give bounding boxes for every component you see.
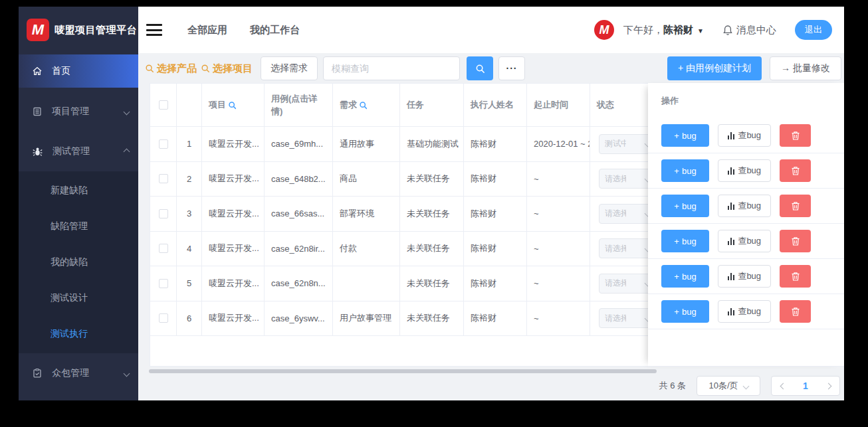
delete-button[interactable] — [780, 230, 811, 252]
row-checkbox[interactable] — [159, 313, 168, 323]
add-bug-button[interactable]: +bug — [661, 124, 709, 147]
nav-all-apps[interactable]: 全部应用 — [187, 24, 227, 37]
sidebar: 首页 项目管理 测试管理 新建缺陷 缺陷管理 我的缺陷 测试设计 测试执行 众包… — [19, 53, 138, 400]
select-requirement-button[interactable]: 选择需求 — [261, 56, 318, 80]
plus-icon: + — [674, 201, 679, 211]
search-icon[interactable] — [359, 101, 368, 110]
app-window: M 唛盟项目管理平台 全部应用 我的工作台 M 下午好，陈裕财 ▼ 消息中心 退… — [19, 7, 844, 400]
home-icon — [32, 66, 43, 76]
cell-executor: 陈裕财 — [464, 162, 527, 197]
sidebar-item-new-defect[interactable]: 新建缺陷 — [19, 173, 138, 209]
next-page-button[interactable] — [817, 377, 839, 395]
delete-button[interactable] — [780, 265, 811, 288]
row-checkbox[interactable] — [159, 244, 168, 253]
search-icon[interactable] — [228, 101, 237, 110]
more-filters-button[interactable]: ··· — [498, 56, 525, 80]
delete-button[interactable] — [780, 124, 811, 147]
search-icon — [201, 64, 210, 73]
clipboard-check-icon — [32, 368, 43, 379]
sidebar-item-home[interactable]: 首页 — [19, 54, 138, 88]
cell-usecase[interactable]: case_62n8ir... — [265, 232, 333, 266]
cell-task: 未关联任务 — [400, 197, 464, 231]
sidebar-item-my-defects[interactable]: 我的缺陷 — [19, 244, 138, 280]
view-bug-button[interactable]: 查bug — [718, 124, 771, 147]
row-index: 3 — [177, 197, 202, 231]
select-all-checkbox[interactable] — [159, 100, 168, 110]
sidebar-item-test-exec[interactable]: 测试执行 — [19, 316, 138, 352]
row-index: 2 — [177, 162, 202, 197]
executor-column-header: 执行人姓名 — [464, 84, 527, 126]
row-checkbox[interactable] — [159, 209, 168, 218]
cell-task: 未关联任务 — [400, 232, 464, 266]
prev-page-button[interactable] — [772, 377, 794, 395]
add-bug-button[interactable]: +bug — [661, 195, 709, 217]
sidebar-item-crowd-mgmt[interactable]: 众包管理 — [19, 353, 138, 393]
cell-executor: 陈裕财 — [464, 232, 527, 266]
search-button[interactable] — [467, 56, 493, 80]
cell-executor: 陈裕财 — [464, 197, 527, 231]
cell-requirement: 付款 — [333, 232, 400, 266]
add-bug-button[interactable]: +bug — [661, 159, 709, 182]
sidebar-item-test-mgmt[interactable]: 测试管理 — [19, 131, 138, 171]
cell-daterange: ~ — [527, 197, 590, 231]
sidebar-item-test-design[interactable]: 测试设计 — [19, 280, 138, 316]
cell-daterange: 2020-12-01 ~ 20 — [527, 127, 590, 161]
cell-usecase[interactable]: case_648b2... — [265, 162, 333, 197]
bar-chart-icon — [728, 273, 735, 280]
horizontal-scrollbar-thumb[interactable] — [149, 369, 657, 373]
trash-icon — [791, 272, 800, 282]
cell-usecase[interactable]: case_69mh... — [265, 127, 333, 161]
add-bug-button[interactable]: +bug — [661, 230, 709, 252]
sidebar-item-defect-mgmt[interactable]: 缺陷管理 — [19, 209, 138, 244]
nav-workbench[interactable]: 我的工作台 — [250, 24, 300, 37]
create-plan-button[interactable]: + 由用例创建计划 — [667, 56, 762, 80]
page-size-select[interactable]: 10条/页 — [697, 376, 760, 396]
view-bug-button[interactable]: 查bug — [718, 300, 771, 323]
pager: 1 — [771, 376, 840, 396]
brand-logo-icon: M — [27, 19, 49, 41]
trash-icon — [791, 166, 800, 176]
trash-icon — [791, 307, 800, 317]
message-center[interactable]: 消息中心 — [722, 24, 776, 37]
sidebar-item-label: 测试管理 — [53, 145, 90, 157]
row-checkbox[interactable] — [159, 139, 168, 149]
view-bug-button[interactable]: 查bug — [718, 195, 771, 217]
user-greeting[interactable]: 下午好，陈裕财 ▼ — [623, 24, 704, 37]
view-bug-button[interactable]: 查bug — [718, 230, 771, 252]
brand-logo-area[interactable]: M 唛盟项目管理平台 — [19, 7, 138, 53]
cell-usecase[interactable]: case_62n8n... — [265, 266, 333, 301]
plus-icon: + — [674, 166, 679, 176]
cell-task: 未关联任务 — [400, 162, 464, 197]
row-checkbox[interactable] — [159, 279, 168, 288]
batch-edit-button[interactable]: → 批量修改 — [770, 56, 841, 80]
sidebar-item-label: 项目管理 — [52, 106, 89, 118]
logout-button[interactable]: 退出 — [795, 20, 832, 40]
cell-usecase[interactable]: case_66sas... — [265, 197, 333, 231]
chevron-down-icon — [742, 383, 749, 389]
fuzzy-search-input[interactable] — [323, 56, 460, 80]
view-bug-button[interactable]: 查bug — [718, 159, 771, 182]
select-product-link[interactable]: 选择产品 — [145, 62, 197, 75]
sidebar-item-project-mgmt[interactable]: 项目管理 — [19, 92, 138, 131]
plus-icon: + — [674, 272, 679, 282]
operations-row: +bug 查bug — [648, 118, 844, 153]
add-bug-button[interactable]: +bug — [661, 300, 709, 323]
test-mgmt-submenu: 新建缺陷 缺陷管理 我的缺陷 测试设计 测试执行 — [19, 171, 138, 353]
delete-button[interactable] — [780, 195, 811, 217]
user-avatar[interactable]: M — [594, 20, 614, 40]
delete-button[interactable] — [780, 300, 811, 323]
top-header: M 唛盟项目管理平台 全部应用 我的工作台 M 下午好，陈裕财 ▼ 消息中心 退… — [19, 7, 844, 53]
bell-icon — [722, 25, 733, 36]
select-project-link[interactable]: 选择项目 — [201, 62, 253, 75]
delete-button[interactable] — [780, 159, 811, 182]
chevron-up-icon — [124, 148, 130, 155]
add-bug-button[interactable]: +bug — [661, 265, 709, 288]
cell-usecase[interactable]: case_6yswv... — [265, 301, 333, 336]
current-page[interactable]: 1 — [794, 377, 817, 395]
row-checkbox[interactable] — [159, 174, 168, 183]
cell-task: 基础功能测试 — [400, 127, 464, 161]
filter-toolbar: 选择产品 选择项目 选择需求 ··· + 由用例创建计划 → 批量修改 — [138, 53, 844, 84]
cell-project: 唛盟云开发... — [202, 162, 265, 197]
hamburger-menu-icon[interactable] — [146, 24, 162, 36]
view-bug-button[interactable]: 查bug — [718, 265, 771, 288]
